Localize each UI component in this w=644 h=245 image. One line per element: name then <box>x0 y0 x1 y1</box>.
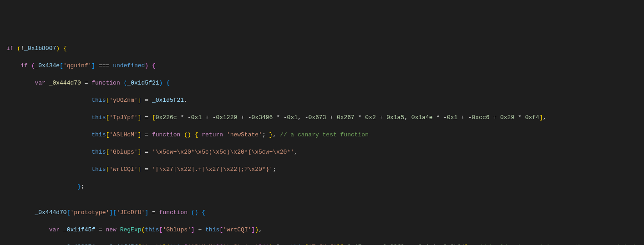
code-line: this['Gblups'] = '\x5cw+\x20*\x5c(\x5c)\… <box>0 148 644 156</box>
code-line: _0x444d70['prototype']['JEoDfU'] = funct… <box>0 208 644 217</box>
code-line: if (!_0x1b8007) { <box>0 44 644 53</box>
code-line: var _0x444d70 = function (_0x1d5f21) { <box>0 79 644 87</box>
code-line: this['ASLHcM'] = function () { return 'n… <box>0 130 644 139</box>
code-line: var _0x11f45f = new RegExp(this['Gblups'… <box>0 225 644 234</box>
code-line: _0x428874 = _0x11f45f['test'](this['ASLH… <box>0 243 644 245</box>
code-line: this['TpJYpf'] = [0x226c * -0x1 + -0x122… <box>0 113 644 122</box>
code-line: this['yUGZnm'] = _0x1d5f21, <box>0 96 644 105</box>
code-line: }; <box>0 182 644 191</box>
code-editor[interactable]: if (!_0x1b8007) { if (_0x434e['qguinf'] … <box>0 35 644 245</box>
code-line: if (_0x434e['qguinf'] === undefined) { <box>0 61 644 70</box>
code-line: this['wrtCQI'] = '[\x27|\x22].+[\x27|\x2… <box>0 165 644 174</box>
